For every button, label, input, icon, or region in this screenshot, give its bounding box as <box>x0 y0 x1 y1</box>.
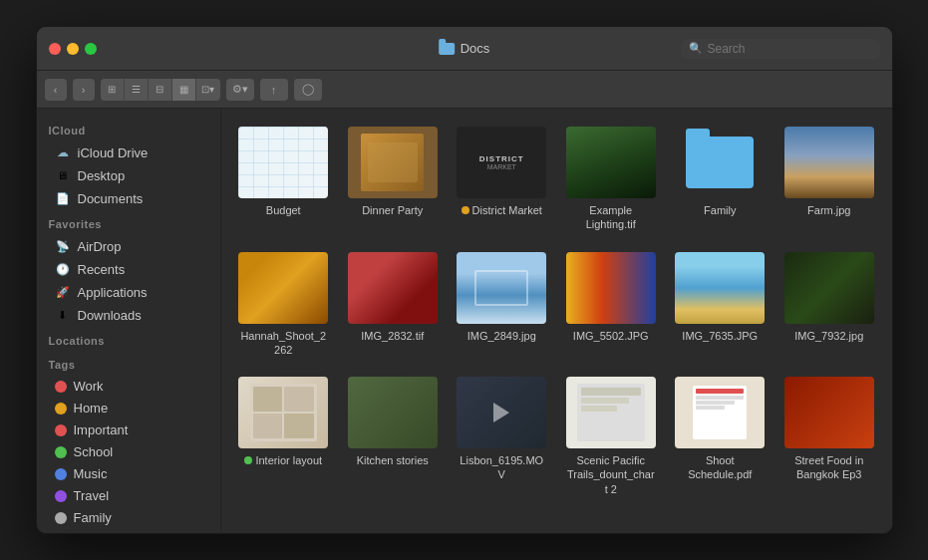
file-thumbnail <box>238 377 328 448</box>
list-item[interactable]: Farm.jpg <box>778 121 880 238</box>
file-name: Kitchen stories <box>357 453 429 467</box>
view-icon-btn[interactable]: ⊞ <box>101 79 125 101</box>
list-item[interactable]: Kitchen stories <box>342 371 444 502</box>
school-tag-dot <box>55 446 67 458</box>
recents-label: Recents <box>78 262 126 277</box>
search-icon: 🔍 <box>689 42 703 55</box>
view-column-btn[interactable]: ⊟ <box>149 79 172 101</box>
file-thumbnail <box>675 377 765 448</box>
list-item[interactable]: Budget <box>233 121 335 238</box>
content-area: Budget Dinner Party DISTRICT MARKET <box>221 109 892 533</box>
list-item[interactable]: IMG_2849.jpg <box>452 246 553 364</box>
downloads-icon: ⬇ <box>55 307 71 323</box>
airdrop-icon: 📡 <box>55 238 71 254</box>
list-item[interactable]: IMG_5502.JPG <box>560 246 662 364</box>
action-button[interactable]: ⚙▾ <box>226 79 254 101</box>
applications-icon: 🚀 <box>55 284 71 300</box>
important-tag-dot <box>55 424 67 436</box>
sidebar-item-documents[interactable]: 📄 Documents <box>43 187 214 209</box>
back-button[interactable]: ‹ <box>45 79 67 101</box>
list-view-icon: ☰ <box>132 84 141 95</box>
finder-window: Docs 🔍 ‹ › ⊞ ☰ ⊟ ▦ ⊡▾ ⚙▾ ↑ ◯ <box>36 26 893 534</box>
list-item[interactable]: Street Food in Bangkok Ep3 <box>778 371 880 502</box>
list-item[interactable]: IMG_7635.JPG <box>670 246 772 364</box>
list-item[interactable]: Shoot Schedule.pdf <box>670 371 772 502</box>
recents-icon: 🕐 <box>55 261 71 277</box>
tags-section-label: Tags <box>37 351 220 375</box>
list-item[interactable]: DISTRICT MARKET District Market <box>452 121 553 238</box>
file-thumbnail <box>238 252 328 324</box>
file-name: Scenic Pacific Trails_dount_chart 2 <box>566 453 656 496</box>
sidebar-item-airdrop[interactable]: 📡 AirDrop <box>43 235 214 257</box>
file-name: IMG_7635.JPG <box>682 329 758 343</box>
search-bar[interactable]: 🔍 <box>681 39 880 59</box>
sidebar-item-desktop[interactable]: 🖥 Desktop <box>43 164 214 186</box>
gear-icon: ⚙▾ <box>232 83 248 96</box>
file-thumbnail <box>457 377 546 448</box>
view-dropdown-btn[interactable]: ⊡▾ <box>196 79 220 101</box>
travel-label: Travel <box>74 488 110 503</box>
sidebar-item-applications[interactable]: 🚀 Applications <box>43 281 214 303</box>
share-button[interactable]: ↑ <box>260 79 288 101</box>
sidebar-item-icloud-drive[interactable]: ☁ iCloud Drive <box>43 141 214 163</box>
desktop-label: Desktop <box>78 168 126 183</box>
list-item[interactable]: IMG_2832.tif <box>342 246 444 364</box>
list-item[interactable]: Hannah_Shoot_2262 <box>233 246 335 364</box>
downloads-label: Downloads <box>78 308 142 323</box>
sidebar-item-music[interactable]: Music <box>43 463 214 484</box>
toolbar: ‹ › ⊞ ☰ ⊟ ▦ ⊡▾ ⚙▾ ↑ ◯ <box>37 71 892 109</box>
sidebar-item-recents[interactable]: 🕐 Recents <box>43 258 214 280</box>
list-item[interactable]: IMG_7932.jpg <box>778 246 880 364</box>
sidebar-item-travel[interactable]: Travel <box>43 485 214 506</box>
file-name: IMG_2832.tif <box>361 329 424 343</box>
tag-button[interactable]: ◯ <box>294 79 322 101</box>
forward-button[interactable]: › <box>73 79 95 101</box>
icloud-section-label: iCloud <box>37 117 220 140</box>
locations-section-label: Locations <box>37 327 220 351</box>
icon-view-icon: ⊞ <box>108 84 116 95</box>
view-buttons: ⊞ ☰ ⊟ ▦ ⊡▾ <box>101 79 220 101</box>
forward-icon: › <box>82 84 86 96</box>
status-dot <box>462 206 469 214</box>
file-thumbnail <box>566 252 656 324</box>
file-thumbnail <box>457 252 546 324</box>
sidebar-item-important[interactable]: Important <box>43 420 214 440</box>
search-input[interactable] <box>708 42 872 56</box>
view-list-btn[interactable]: ☰ <box>125 79 149 101</box>
sidebar-item-downloads[interactable]: ⬇ Downloads <box>43 304 214 326</box>
share-icon: ↑ <box>271 84 277 96</box>
close-button[interactable] <box>49 43 61 55</box>
list-item[interactable]: Scenic Pacific Trails_dount_chart 2 <box>560 371 662 502</box>
list-item[interactable]: Interior layout <box>233 371 335 502</box>
file-name: Lisbon_6195.MOV <box>457 453 546 482</box>
list-item[interactable]: Example Lighting.tif <box>560 121 662 238</box>
file-thumbnail <box>784 377 874 448</box>
sidebar-item-home[interactable]: Home <box>43 398 214 419</box>
file-thumbnail <box>675 127 765 198</box>
file-thumbnail <box>784 127 874 198</box>
list-item[interactable]: Lisbon_6195.MOV <box>452 371 553 502</box>
file-thumbnail <box>784 252 874 324</box>
file-name: Shoot Schedule.pdf <box>675 453 765 482</box>
file-name: IMG_5502.JPG <box>573 329 649 343</box>
minimize-button[interactable] <box>67 43 79 55</box>
view-gallery-btn[interactable]: ▦ <box>172 79 196 101</box>
file-name: Street Food in Bangkok Ep3 <box>784 453 874 482</box>
sidebar-item-family[interactable]: Family <box>43 507 214 528</box>
file-grid: Budget Dinner Party DISTRICT MARKET <box>233 121 880 502</box>
documents-label: Documents <box>78 191 144 206</box>
important-label: Important <box>74 422 129 437</box>
file-name: Dinner Party <box>362 203 423 217</box>
file-thumbnail <box>566 127 656 198</box>
maximize-button[interactable] <box>85 43 97 55</box>
list-item[interactable]: Family <box>670 121 772 238</box>
file-thumbnail <box>348 127 438 198</box>
sidebar-item-work[interactable]: Work <box>43 376 214 397</box>
file-name: IMG_7932.jpg <box>794 329 863 343</box>
school-label: School <box>74 444 114 459</box>
sidebar-item-school[interactable]: School <box>43 441 214 462</box>
list-item[interactable]: Dinner Party <box>342 121 444 238</box>
icloud-drive-label: iCloud Drive <box>78 145 149 160</box>
applications-label: Applications <box>78 285 148 300</box>
family-tag-dot <box>55 512 67 524</box>
